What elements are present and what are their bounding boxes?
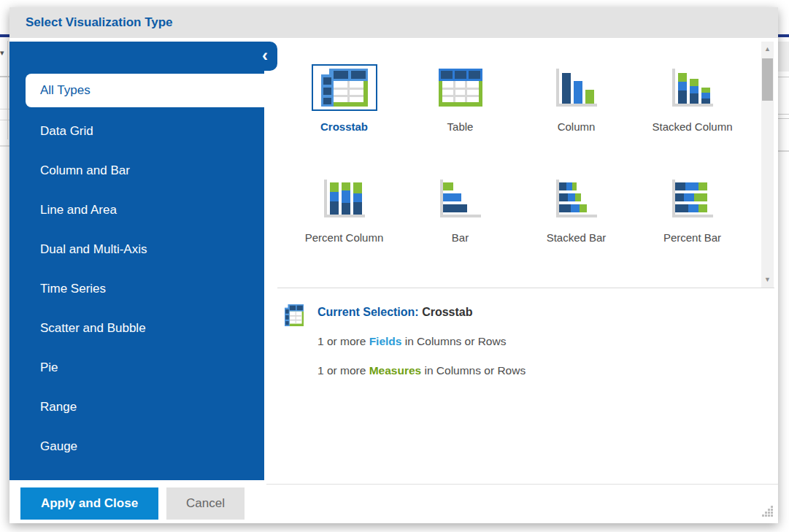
- requirement-keyword: Fields: [369, 335, 402, 347]
- tile-label: Percent Bar: [663, 231, 721, 244]
- tile-label: Percent Column: [305, 231, 384, 244]
- apply-and-close-button[interactable]: Apply and Close: [20, 487, 158, 520]
- bg-left-blue-rule: [0, 34, 9, 37]
- sidebar-item-data-grid[interactable]: Data Grid: [9, 112, 264, 151]
- bg-left-rule: [0, 76, 9, 77]
- stacked-column-icon: [660, 64, 726, 111]
- dialog-body: ‹ All TypesData GridColumn and BarLine a…: [9, 38, 778, 523]
- bg-right-rule: [778, 118, 789, 119]
- scroll-down-icon[interactable]: ▼: [761, 274, 774, 286]
- tile-bar[interactable]: Bar: [402, 153, 518, 263]
- tile-percent-column[interactable]: Percent Column: [286, 153, 402, 263]
- tile-label: Bar: [452, 231, 469, 244]
- table-icon: [428, 64, 493, 111]
- tile-stacked-bar[interactable]: Stacked Bar: [518, 153, 634, 263]
- bg-right-rule: [778, 150, 789, 152]
- tile-table[interactable]: Table: [402, 42, 518, 153]
- bar-icon: [428, 175, 493, 222]
- current-selection-value: Crosstab: [422, 306, 472, 318]
- bg-left-rule: [0, 145, 9, 147]
- bg-right-rule: [778, 77, 789, 77]
- chevron-left-icon[interactable]: ‹: [262, 46, 268, 65]
- requirement-line: 1 or more Measures in Columns or Rows: [317, 364, 526, 377]
- resize-grip-icon[interactable]: [761, 505, 774, 517]
- scrollbar-thumb[interactable]: [762, 58, 773, 101]
- current-selection-panel: Current Selection: Crosstab 1 or more Fi…: [277, 288, 778, 480]
- bg-right-rule: [778, 114, 789, 115]
- sidebar-item-column-and-bar[interactable]: Column and Bar: [9, 151, 264, 190]
- requirement-line: 1 or more Fields in Columns or Rows: [317, 335, 526, 348]
- scroll-up-icon[interactable]: ▲: [761, 43, 774, 55]
- gallery-scrollbar[interactable]: ▲ ▼: [761, 42, 774, 288]
- tile-label: Stacked Bar: [547, 231, 607, 244]
- bg-right-panel: [778, 42, 789, 72]
- tile-percent-bar[interactable]: Percent Bar: [634, 153, 750, 263]
- select-visualization-dialog: Select Visualization Type ‹ All TypesDat…: [9, 7, 778, 523]
- sidebar-item-dual-and-multi-axis[interactable]: Dual and Multi-Axis: [9, 230, 264, 269]
- tile-label: Table: [447, 120, 474, 133]
- dialog-title: Select Visualization Type: [26, 15, 173, 30]
- sidebar-item-all-types[interactable]: All Types: [26, 74, 264, 107]
- requirement-keyword: Measures: [369, 364, 422, 377]
- sidebar-header: ‹: [9, 42, 277, 71]
- visualization-gallery: CrosstabTableColumnStacked ColumnPercent…: [277, 42, 761, 288]
- sidebar-item-range[interactable]: Range: [9, 388, 264, 427]
- sidebar-item-gauge[interactable]: Gauge: [9, 427, 264, 466]
- dialog-titlebar: Select Visualization Type: [9, 7, 778, 38]
- footer-divider: [266, 484, 778, 485]
- tile-crosstab[interactable]: Crosstab: [286, 42, 402, 153]
- tile-label: Stacked Column: [652, 120, 732, 133]
- bg-right-blue-rule: [778, 34, 789, 37]
- column-icon: [544, 64, 609, 111]
- sidebar-item-line-and-area[interactable]: Line and Area: [9, 190, 264, 230]
- stacked-bar-icon: [544, 175, 609, 222]
- selection-requirements: 1 or more Fields in Columns or Rows1 or …: [317, 335, 526, 377]
- category-sidebar: ‹ All TypesData GridColumn and BarLine a…: [9, 42, 264, 480]
- percent-column-icon: [312, 175, 377, 222]
- sidebar-item-list: All TypesData GridColumn and BarLine and…: [9, 72, 264, 466]
- tile-stacked-column[interactable]: Stacked Column: [634, 42, 750, 153]
- sidebar-item-scatter-and-bubble[interactable]: Scatter and Bubble: [9, 309, 264, 348]
- crosstab-icon: [285, 304, 304, 329]
- bg-left-rule: [0, 109, 9, 109]
- cancel-button[interactable]: Cancel: [166, 487, 245, 520]
- sidebar-item-pie[interactable]: Pie: [9, 348, 264, 388]
- sidebar-item-time-series[interactable]: Time Series: [9, 269, 264, 309]
- tile-label: Column: [558, 120, 596, 133]
- current-selection-label: Current Selection:: [317, 306, 419, 318]
- bg-left-vrule: [7, 41, 8, 139]
- tile-label: Crosstab: [320, 120, 368, 133]
- tile-column[interactable]: Column: [518, 42, 634, 153]
- crosstab-icon: [312, 64, 377, 111]
- current-selection-text: Current Selection: Crosstab 1 or more Fi…: [317, 306, 526, 377]
- percent-bar-icon: [660, 175, 726, 222]
- bg-left-rule: [0, 120, 9, 120]
